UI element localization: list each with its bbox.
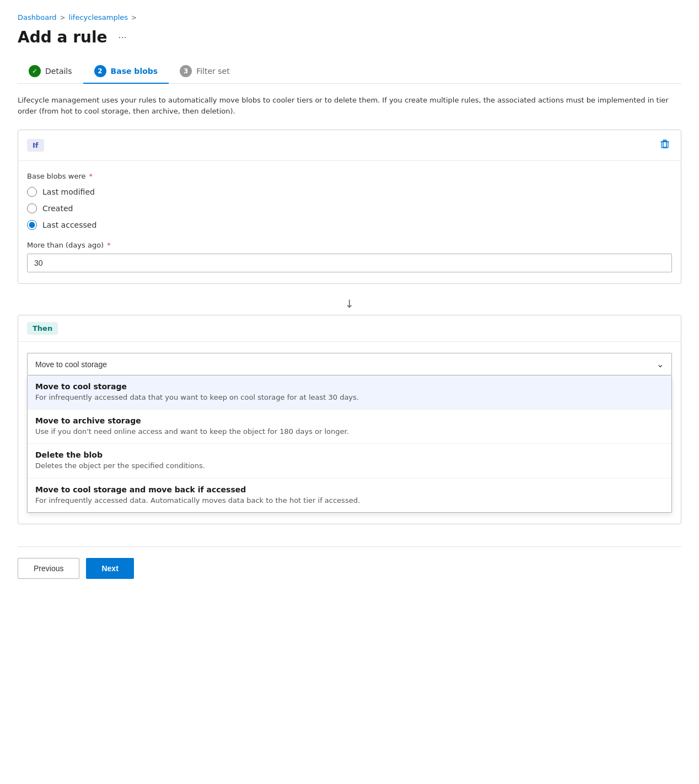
tab-details-badge: ✓ [29,65,41,77]
dropdown-item-cool-storage-desc: For infrequently accessed data that you … [35,393,664,402]
radio-created[interactable]: Created [27,203,672,213]
page-title-row: Add a rule ··· [18,28,681,46]
arrow-down: ↓ [18,293,681,315]
dropdown-item-cool-and-back-desc: For infrequently accessed data. Automati… [35,496,664,506]
breadcrumb: Dashboard > lifecyclesamples > [18,13,681,22]
dropdown-item-cool-storage-title: Move to cool storage [35,382,664,391]
dropdown-item-delete-blob[interactable]: Delete the blob Deletes the object per t… [28,444,671,478]
radio-last-accessed-label: Last accessed [42,221,96,229]
tab-base-blobs-label: Base blobs [111,67,158,76]
if-delete-button[interactable] [658,137,672,154]
ellipsis-button[interactable]: ··· [114,29,131,45]
tab-base-blobs-badge: 2 [94,65,106,77]
tab-details[interactable]: ✓ Details [18,60,83,84]
then-section-body: Move to cool storage ⌄ Move to cool stor… [18,342,681,524]
page-description: Lifecycle management uses your rules to … [18,95,681,116]
breadcrumb-lifecycle[interactable]: lifecyclesamples [69,13,128,22]
footer: Previous Next [18,546,681,579]
action-selected-value: Move to cool storage [35,360,107,369]
dropdown-item-archive-storage-title: Move to archive storage [35,416,664,425]
tab-details-label: Details [45,67,72,76]
if-badge: If [27,139,44,152]
tab-filter-set-label: Filter set [196,67,230,76]
radio-group: Last modified Created Last accessed [27,187,672,230]
tab-base-blobs[interactable]: 2 Base blobs [83,60,169,84]
base-blobs-label: Base blobs were * [27,172,672,180]
action-dropdown: Move to cool storage ⌄ Move to cool stor… [27,353,672,513]
tab-filter-set-badge: 3 [180,65,192,77]
dropdown-item-cool-storage[interactable]: Move to cool storage For infrequently ac… [28,375,671,410]
breadcrumb-dashboard[interactable]: Dashboard [18,13,57,22]
days-input[interactable] [27,254,672,272]
required-indicator: * [89,172,93,180]
action-dropdown-trigger[interactable]: Move to cool storage ⌄ [27,353,672,375]
delete-icon [660,139,670,149]
days-required-indicator: * [107,241,111,249]
if-section-header: If [18,130,681,161]
radio-created-label: Created [42,204,73,213]
page-title: Add a rule [18,28,107,46]
days-label: More than (days ago) * [27,241,672,249]
dropdown-item-archive-storage-desc: Use if you don't need online access and … [35,427,664,437]
dropdown-item-delete-blob-title: Delete the blob [35,450,664,459]
tabs-row: ✓ Details 2 Base blobs 3 Filter set [18,60,681,84]
if-section-body: Base blobs were * Last modified Created … [18,161,681,283]
dropdown-item-cool-and-back[interactable]: Move to cool storage and move back if ac… [28,479,671,512]
radio-last-accessed[interactable]: Last accessed [27,220,672,230]
then-section-header: Then [18,315,681,342]
if-section: If Base blobs were * Last modified [18,130,681,284]
dropdown-chevron-icon: ⌄ [657,359,664,369]
dropdown-item-archive-storage[interactable]: Move to archive storage Use if you don't… [28,410,671,444]
breadcrumb-sep2: > [131,14,137,22]
next-button[interactable]: Next [86,558,133,579]
tab-filter-set[interactable]: 3 Filter set [169,60,241,84]
radio-last-accessed-input[interactable] [27,220,37,230]
radio-last-modified[interactable]: Last modified [27,187,672,197]
radio-last-modified-input[interactable] [27,187,37,197]
then-badge: Then [27,322,58,335]
radio-last-modified-label: Last modified [42,187,95,196]
action-dropdown-menu: Move to cool storage For infrequently ac… [27,375,672,513]
breadcrumb-sep1: > [60,14,66,22]
dropdown-item-delete-blob-desc: Deletes the object per the specified con… [35,461,664,471]
previous-button[interactable]: Previous [18,558,79,579]
radio-created-input[interactable] [27,203,37,213]
then-section: Then Move to cool storage ⌄ Move to cool… [18,315,681,524]
dropdown-item-cool-and-back-title: Move to cool storage and move back if ac… [35,485,664,494]
